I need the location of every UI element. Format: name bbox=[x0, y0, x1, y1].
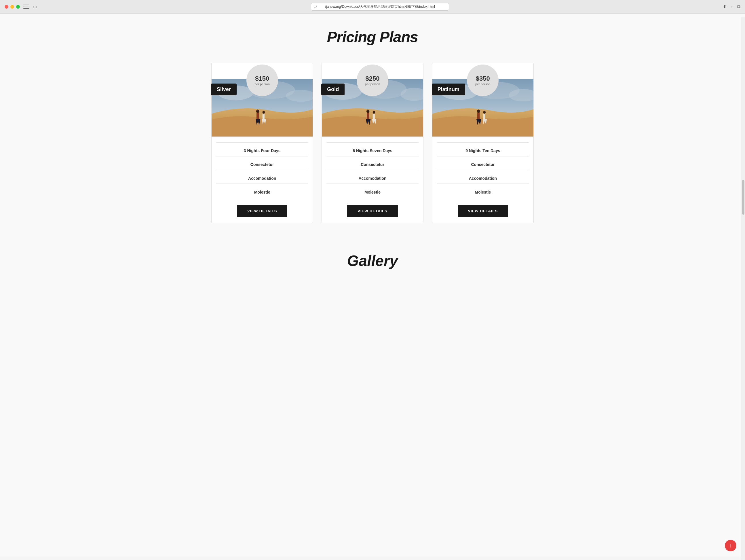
svg-rect-23 bbox=[483, 114, 485, 120]
silver-per-person: per person bbox=[255, 83, 270, 86]
svg-rect-13 bbox=[367, 113, 369, 120]
silver-cta: VIEW DETAILS bbox=[212, 200, 313, 223]
back-button[interactable]: ‹ bbox=[33, 4, 34, 9]
silver-features: 3 Nights Four Days Consectetur Accomodat… bbox=[212, 136, 313, 200]
pricing-section: Pricing Plans $150 per person Silver bbox=[200, 14, 545, 241]
page-content: Pricing Plans $150 per person Silver bbox=[0, 14, 745, 557]
silver-feature3: Molestie bbox=[216, 187, 308, 197]
arrow-up-icon: ↑ bbox=[730, 543, 732, 549]
tabs-button[interactable]: ⧉ bbox=[737, 4, 740, 9]
gold-badge: Gold bbox=[321, 84, 345, 95]
nav-arrows: ‹ › bbox=[33, 4, 37, 9]
platinum-feature1: Consectetur bbox=[437, 159, 529, 170]
platinum-feature3: Molestie bbox=[437, 187, 529, 197]
svg-point-6 bbox=[262, 111, 265, 114]
gold-price-circle: $250 per person bbox=[357, 65, 388, 96]
svg-point-22 bbox=[483, 111, 485, 114]
platinum-badge: Platinum bbox=[432, 84, 465, 95]
back-to-top-button[interactable]: ↑ bbox=[725, 540, 736, 551]
new-tab-button[interactable]: + bbox=[731, 4, 733, 9]
platinum-price: $350 bbox=[476, 75, 490, 83]
gold-features: 6 Nights Seven Days Consectetur Accomoda… bbox=[322, 136, 423, 200]
gold-plan-card: $250 per person Gold bbox=[322, 63, 423, 223]
shield-icon: 🛡 bbox=[314, 5, 317, 9]
platinum-view-details-button[interactable]: VIEW DETAILS bbox=[458, 205, 508, 217]
silver-view-details-button[interactable]: VIEW DETAILS bbox=[237, 205, 287, 217]
gallery-title: Gallery bbox=[11, 252, 734, 269]
platinum-plan-card: $350 per person Platinum bbox=[432, 63, 534, 223]
platinum-price-circle: $350 per person bbox=[467, 65, 498, 96]
svg-rect-15 bbox=[373, 114, 375, 120]
silver-price: $150 bbox=[255, 75, 269, 83]
url-bar[interactable]: 🛡 /janewang/Downloads/大气宽屏展示型旅游网页html模板下… bbox=[311, 3, 449, 11]
silver-plan-card: $150 per person Silver bbox=[211, 63, 313, 223]
svg-point-20 bbox=[477, 110, 480, 113]
platinum-per-person: per person bbox=[475, 83, 490, 86]
close-button[interactable] bbox=[5, 5, 8, 9]
plans-grid: $150 per person Silver bbox=[211, 63, 534, 223]
gold-cta: VIEW DETAILS bbox=[322, 200, 423, 223]
silver-badge: Silver bbox=[211, 84, 237, 95]
browser-chrome: ‹ › 🛡 /janewang/Downloads/大气宽屏展示型旅游网页htm… bbox=[0, 0, 745, 14]
forward-button[interactable]: › bbox=[36, 4, 37, 9]
silver-price-circle: $150 per person bbox=[247, 65, 278, 96]
traffic-lights bbox=[5, 5, 20, 9]
gold-nights: 6 Nights Seven Days bbox=[326, 146, 418, 156]
minimize-button[interactable] bbox=[10, 5, 14, 9]
svg-point-4 bbox=[256, 110, 259, 113]
gold-view-details-button[interactable]: VIEW DETAILS bbox=[347, 205, 397, 217]
silver-nights: 3 Nights Four Days bbox=[216, 146, 308, 156]
svg-point-12 bbox=[366, 110, 369, 113]
sidebar-toggle[interactable] bbox=[23, 5, 29, 9]
platinum-feature2: Accomodation bbox=[437, 173, 529, 184]
pricing-title: Pricing Plans bbox=[211, 28, 534, 45]
platinum-cta: VIEW DETAILS bbox=[432, 200, 533, 223]
silver-feature2: Accomodation bbox=[216, 173, 308, 184]
scrollbar[interactable] bbox=[741, 17, 745, 560]
url-text: /janewang/Downloads/大气宽屏展示型旅游网页html模板下载/… bbox=[325, 5, 435, 9]
svg-rect-21 bbox=[477, 113, 480, 120]
gold-per-person: per person bbox=[365, 83, 380, 86]
svg-rect-7 bbox=[262, 114, 264, 120]
maximize-button[interactable] bbox=[16, 5, 20, 9]
silver-feature1: Consectetur bbox=[216, 159, 308, 170]
gold-feature1: Consectetur bbox=[326, 159, 418, 170]
gold-feature2: Accomodation bbox=[326, 173, 418, 184]
gallery-section: Gallery bbox=[0, 241, 745, 287]
share-button[interactable]: ⬆ bbox=[723, 4, 726, 9]
scrollbar-thumb[interactable] bbox=[742, 180, 744, 215]
gold-feature3: Molestie bbox=[326, 187, 418, 197]
svg-rect-5 bbox=[257, 113, 259, 120]
platinum-features: 9 Nights Ten Days Consectetur Accomodati… bbox=[432, 136, 533, 200]
svg-point-14 bbox=[373, 111, 375, 114]
platinum-nights: 9 Nights Ten Days bbox=[437, 146, 529, 156]
gold-price: $250 bbox=[365, 75, 380, 83]
